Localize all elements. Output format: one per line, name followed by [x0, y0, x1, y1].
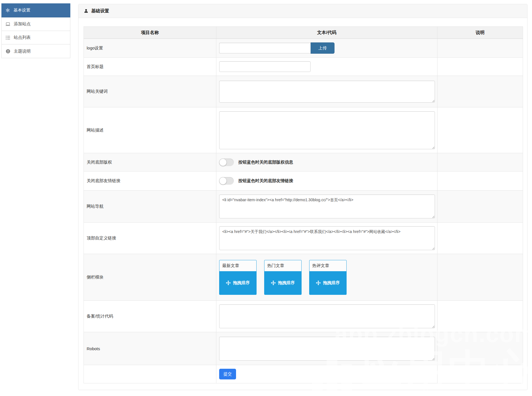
- table-row-keywords: 网站关键词: [84, 76, 523, 107]
- move-icon: [271, 280, 276, 285]
- row-label: 关闭底部版权: [84, 153, 216, 171]
- row-label: 关闭底部友情链接: [84, 171, 216, 191]
- logo-input[interactable]: [219, 43, 311, 53]
- move-icon: [226, 280, 231, 285]
- home-title-input[interactable]: [219, 61, 311, 72]
- note-cell: [437, 39, 523, 58]
- note-cell: [437, 365, 523, 383]
- module-title: 最新文章: [219, 260, 256, 271]
- table-row-close-friendlink: 关闭底部友情链接 按钮蓝色时关闭底部友情链接: [84, 171, 523, 191]
- sidebar-item-theme-info[interactable]: 主题说明: [2, 44, 70, 58]
- asterisk-icon: [5, 8, 10, 13]
- row-label: 备案/统计代码: [84, 301, 216, 332]
- keywords-textarea[interactable]: [219, 81, 435, 103]
- note-cell: [437, 254, 523, 301]
- user-icon: [84, 9, 88, 13]
- table-row-top-links: 顶部自定义链接 <li><a href="#">关于我们</a></li><li…: [84, 223, 523, 254]
- row-label: 顶部自定义链接: [84, 223, 216, 254]
- nav-textarea[interactable]: <li id="nvabar-item-index"><a href="http…: [219, 194, 435, 218]
- list-icon: [5, 35, 10, 40]
- table-row-beian: 备案/统计代码: [84, 301, 523, 332]
- note-cell: [437, 76, 523, 107]
- sidebar: 基本设置 添加站点 站点列表: [1, 3, 70, 58]
- move-icon: [316, 280, 321, 285]
- row-label: 侧栏模块: [84, 254, 216, 301]
- copyright-toggle[interactable]: [219, 159, 234, 166]
- note-cell: [437, 191, 523, 223]
- description-textarea[interactable]: [219, 111, 435, 149]
- sidebar-item-basic-settings[interactable]: 基本设置: [1, 3, 70, 17]
- robots-textarea[interactable]: [219, 337, 435, 361]
- column-header-content: 文本/代码: [216, 27, 437, 39]
- panel-header: 基础设置: [78, 4, 527, 18]
- table-row-nav: 网站导航 <li id="nvabar-item-index"><a href=…: [84, 191, 523, 223]
- note-cell: [437, 223, 523, 254]
- toggle-knob: [219, 177, 227, 185]
- sidebar-item-add-site[interactable]: 添加站点: [2, 17, 70, 31]
- table-row-close-copyright: 关闭底部版权 按钮蓝色时关闭底部版权信息: [84, 153, 523, 171]
- note-cell: [437, 301, 523, 332]
- note-cell: [437, 58, 523, 76]
- drag-sort-label: 拖拽排序: [233, 280, 250, 286]
- sidebar-item-label: 基本设置: [14, 8, 30, 13]
- table-row-sidebar-modules: 侧栏模块 最新文章 拖拽排序: [84, 254, 523, 301]
- row-label: logo设置: [84, 39, 216, 58]
- settings-table: 项目名称 文本/代码 说明 logo设置 上传 首页标题: [84, 26, 523, 383]
- module-card-latest[interactable]: 最新文章 拖拽排序: [219, 260, 257, 295]
- sidebar-item-label: 添加站点: [14, 21, 31, 27]
- toggle-hint: 按钮蓝色时关闭底部友情链接: [238, 178, 293, 184]
- note-cell: [437, 153, 523, 171]
- table-row-logo: logo设置 上传: [84, 39, 523, 58]
- sidebar-item-label: 主题说明: [14, 49, 31, 54]
- column-header-name: 项目名称: [84, 27, 216, 39]
- row-label: 网站描述: [84, 107, 216, 153]
- note-cell: [437, 107, 523, 153]
- table-row-robots: Robots: [84, 332, 523, 365]
- toggle-knob: [219, 159, 227, 166]
- toggle-hint: 按钮蓝色时关闭底部版权信息: [238, 160, 293, 165]
- friendlink-toggle[interactable]: [219, 177, 234, 185]
- info-circle-icon: [5, 49, 10, 54]
- beian-textarea[interactable]: [219, 304, 435, 328]
- row-label: 网站关键词: [84, 76, 216, 107]
- drag-sort-label: 拖拽排序: [278, 280, 295, 286]
- table-row-submit: 提交: [84, 365, 523, 383]
- row-label: 首页标题: [84, 58, 216, 76]
- module-card-top-commented[interactable]: 热评文章 拖拽排序: [309, 260, 347, 295]
- sidebar-item-site-list[interactable]: 站点列表: [2, 31, 70, 44]
- column-header-note: 说明: [437, 27, 523, 39]
- row-label: [84, 365, 216, 383]
- table-row-home-title: 首页标题: [84, 58, 523, 76]
- sidebar-item-label: 站点列表: [14, 35, 31, 40]
- basic-settings-panel: 基础设置 项目名称 文本/代码 说明 logo设置 上传: [78, 4, 527, 390]
- note-cell: [437, 332, 523, 365]
- row-label: 网站导航: [84, 191, 216, 223]
- submit-button[interactable]: 提交: [219, 369, 236, 379]
- table-header-row: 项目名称 文本/代码 说明: [84, 27, 523, 39]
- panel-title: 基础设置: [91, 8, 109, 14]
- drag-sort-label: 拖拽排序: [323, 280, 340, 286]
- row-label: Robots: [84, 332, 216, 365]
- module-title: 热门文章: [264, 260, 301, 271]
- laptop-icon: [5, 22, 10, 27]
- top-links-textarea[interactable]: <li><a href="#">关于我们</a></li><li><a href…: [219, 226, 435, 250]
- note-cell: [437, 171, 523, 191]
- table-row-description: 网站描述: [84, 107, 523, 153]
- module-card-hot[interactable]: 热门文章 拖拽排序: [264, 260, 302, 295]
- upload-button[interactable]: 上传: [311, 42, 335, 54]
- module-title: 热评文章: [309, 260, 346, 271]
